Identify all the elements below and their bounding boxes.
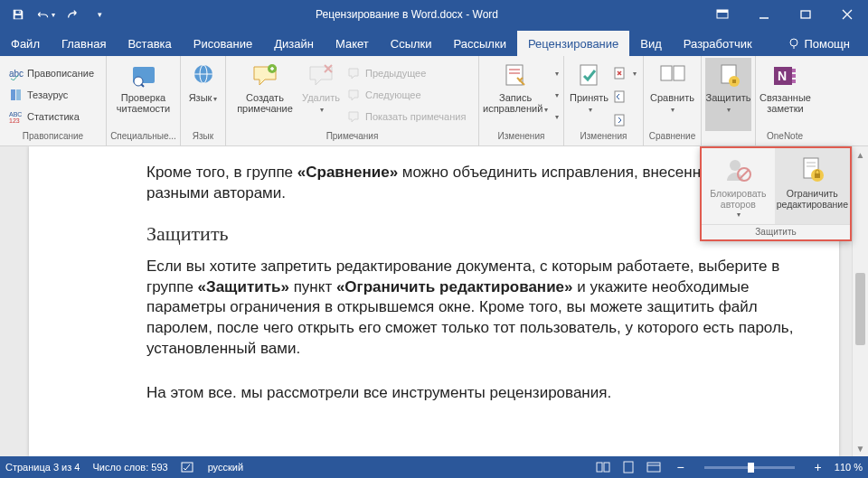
tab-design[interactable]: Дизайн: [263, 31, 325, 56]
thesaurus-label: Тезаурус: [27, 89, 68, 100]
qat-customize[interactable]: ▾: [87, 3, 112, 26]
group-language: Язык▾ Язык: [181, 56, 226, 145]
svg-text:ABC: ABC: [9, 111, 22, 117]
group-protect: Защитить▾: [702, 56, 756, 145]
stats-label: Статистика: [27, 111, 80, 122]
status-page[interactable]: Страница 3 из 4: [5, 462, 80, 473]
accept-button[interactable]: Принять▾: [568, 58, 610, 131]
delete-comment-button[interactable]: Удалить▾: [300, 58, 342, 131]
show-comments-button[interactable]: Показать примечания: [344, 107, 469, 127]
tab-mailings[interactable]: Рассылки: [443, 31, 517, 56]
language-button[interactable]: Язык▾: [184, 58, 222, 131]
scroll-up-icon[interactable]: ▲: [853, 146, 868, 163]
tab-file[interactable]: Файл: [0, 31, 51, 56]
block-authors-label: Блокировать авторов: [710, 188, 766, 210]
compare-button[interactable]: Сравнить▾: [647, 58, 697, 131]
globe-icon: [189, 61, 218, 90]
onenote-button[interactable]: N Связанные заметки: [760, 58, 811, 131]
spelling-label: Правописание: [27, 68, 94, 79]
tracking-dropdown-3[interactable]: ▾: [550, 107, 562, 127]
tracking-dropdown-2[interactable]: ▾: [550, 85, 562, 105]
ribbon-options-button[interactable]: [702, 0, 743, 29]
tab-view[interactable]: Вид: [629, 31, 673, 56]
group-proofing: abc Правописание Тезаурус ABC123 Статист…: [0, 56, 107, 145]
protect-icon: [714, 61, 743, 90]
tab-home[interactable]: Главная: [51, 31, 117, 56]
scroll-thumb[interactable]: [855, 273, 865, 345]
prev-change-button[interactable]: [612, 87, 637, 107]
zoom-in-button[interactable]: +: [815, 460, 822, 474]
onenote-label: Связанные заметки: [760, 92, 811, 114]
group-onenote-label: OneNote: [760, 131, 810, 145]
readability-icon: [129, 61, 158, 90]
close-button[interactable]: [826, 0, 868, 29]
svg-rect-45: [624, 462, 633, 473]
block-authors-button[interactable]: Блокировать авторов▾: [702, 148, 775, 224]
previous-comment-button[interactable]: Предыдущее: [344, 63, 469, 83]
tab-review[interactable]: Рецензирование: [517, 31, 629, 56]
ribbon: abc Правописание Тезаурус ABC123 Статист…: [0, 56, 868, 146]
status-words[interactable]: Число слов: 593: [92, 462, 167, 473]
maximize-button[interactable]: [785, 0, 826, 29]
svg-rect-7: [11, 89, 15, 100]
zoom-out-button[interactable]: −: [676, 460, 684, 474]
zoom-level[interactable]: 110 %: [835, 462, 863, 473]
undo-button[interactable]: ▾: [33, 3, 58, 26]
spelling-button[interactable]: abc Правописание: [5, 63, 98, 83]
readability-button[interactable]: Проверка читаемости: [110, 58, 176, 131]
doc-paragraph-3[interactable]: На этом все. мы рассмотрели все инструме…: [146, 383, 803, 404]
ribbon-tabs: Файл Главная Вставка Рисование Дизайн Ма…: [0, 29, 868, 56]
protect-label: Защитить▾: [706, 92, 751, 116]
new-comment-button[interactable]: Создать примечание: [230, 58, 300, 131]
tab-references[interactable]: Ссылки: [380, 31, 443, 56]
restrict-editing-icon: [797, 155, 826, 184]
tab-developer[interactable]: Разработчик: [673, 31, 763, 56]
quick-access-toolbar: ▾ ▾: [0, 3, 112, 26]
next-change-button[interactable]: [612, 110, 637, 130]
tab-layout[interactable]: Макет: [325, 31, 380, 56]
scroll-down-icon[interactable]: ▼: [853, 440, 868, 456]
svg-text:123: 123: [9, 117, 20, 124]
svg-point-4: [790, 39, 797, 46]
vertical-scrollbar[interactable]: ▲ ▼: [852, 146, 868, 456]
track-icon: [501, 61, 530, 90]
check-icon: abc: [9, 66, 24, 80]
group-tracking-label: Изменения: [483, 131, 560, 145]
redo-button[interactable]: [60, 3, 85, 26]
svg-rect-43: [597, 463, 602, 472]
reject-button[interactable]: ▾: [612, 63, 637, 83]
thesaurus-button[interactable]: Тезаурус: [5, 85, 98, 105]
tab-insert[interactable]: Вставка: [117, 31, 182, 56]
doc-paragraph-2[interactable]: Если вы хотите запретить редактирование …: [146, 257, 803, 361]
delete-comment-icon: [307, 61, 335, 90]
zoom-slider[interactable]: [704, 466, 795, 469]
read-mode-button[interactable]: [593, 459, 613, 475]
save-button[interactable]: [5, 3, 31, 26]
zoom-knob[interactable]: [748, 463, 754, 473]
show-label: Показать примечания: [365, 111, 466, 122]
svg-rect-33: [792, 80, 796, 83]
minimize-button[interactable]: [743, 0, 785, 29]
next-comment-button[interactable]: Следующее: [344, 85, 469, 105]
compare-label: Сравнить▾: [650, 92, 694, 116]
web-layout-button[interactable]: [644, 459, 664, 475]
status-language[interactable]: русский: [208, 462, 243, 473]
tab-draw[interactable]: Рисование: [183, 31, 263, 56]
readability-label: Проверка читаемости: [117, 92, 170, 114]
window-title: Рецензирование в Word.docx - Word: [112, 8, 702, 21]
next-icon: [347, 88, 362, 102]
svg-rect-46: [647, 463, 660, 472]
tracking-dropdown-1[interactable]: ▾: [550, 63, 562, 83]
svg-rect-28: [732, 80, 736, 83]
title-bar: ▾ ▾ Рецензирование в Word.docx - Word: [0, 0, 868, 29]
svg-rect-44: [604, 463, 609, 472]
print-layout-button[interactable]: [618, 459, 638, 475]
track-changes-button[interactable]: Запись исправлений▾: [483, 58, 548, 131]
status-proof-icon[interactable]: [181, 461, 195, 473]
restrict-editing-button[interactable]: Ограничить редактирование: [775, 148, 850, 224]
help-label: Помощн: [804, 37, 850, 51]
statistics-button[interactable]: ABC123 Статистика: [5, 107, 98, 127]
tab-help[interactable]: Помощн: [777, 31, 861, 56]
group-special: Проверка читаемости Специальные...: [107, 56, 181, 145]
protect-button[interactable]: Защитить▾: [705, 58, 751, 131]
